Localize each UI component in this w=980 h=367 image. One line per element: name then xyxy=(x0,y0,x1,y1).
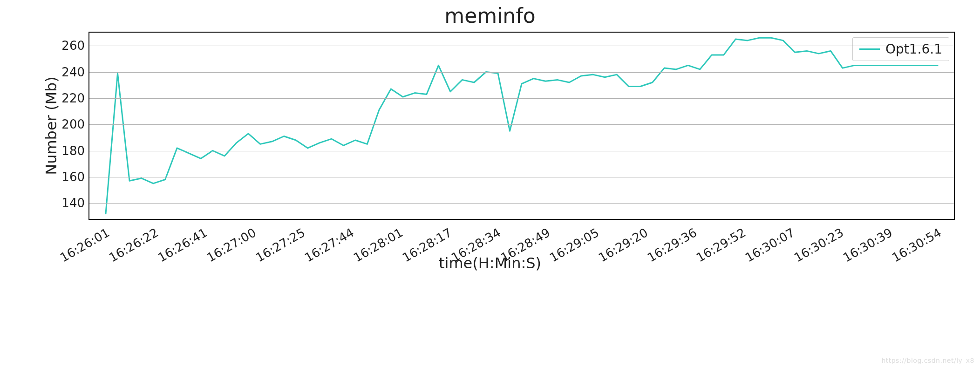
y-tick-label: 160 xyxy=(48,170,85,184)
gridline xyxy=(89,98,954,99)
line-chart-svg xyxy=(89,33,954,219)
series-line xyxy=(106,38,938,213)
gridline xyxy=(89,72,954,73)
gridline xyxy=(89,203,954,204)
y-tick-label: 240 xyxy=(48,65,85,79)
y-tick-label: 220 xyxy=(48,91,85,105)
y-tick-label: 140 xyxy=(48,196,85,210)
y-tick-label: 200 xyxy=(48,117,85,131)
gridline xyxy=(89,46,954,46)
gridline xyxy=(89,177,954,177)
gridline xyxy=(89,151,954,151)
y-tick-label: 260 xyxy=(48,39,85,53)
chart-title: meminfo xyxy=(0,4,980,27)
chart-plot-area: Opt1.6.1 xyxy=(88,32,955,220)
gridline xyxy=(89,124,954,125)
y-tick-label: 180 xyxy=(48,144,85,158)
chart-figure: meminfo Number (Mb) Opt1.6.1 time(H:Min:… xyxy=(0,0,980,367)
watermark-text: https://blog.csdn.net/ly_x8 xyxy=(881,357,974,364)
